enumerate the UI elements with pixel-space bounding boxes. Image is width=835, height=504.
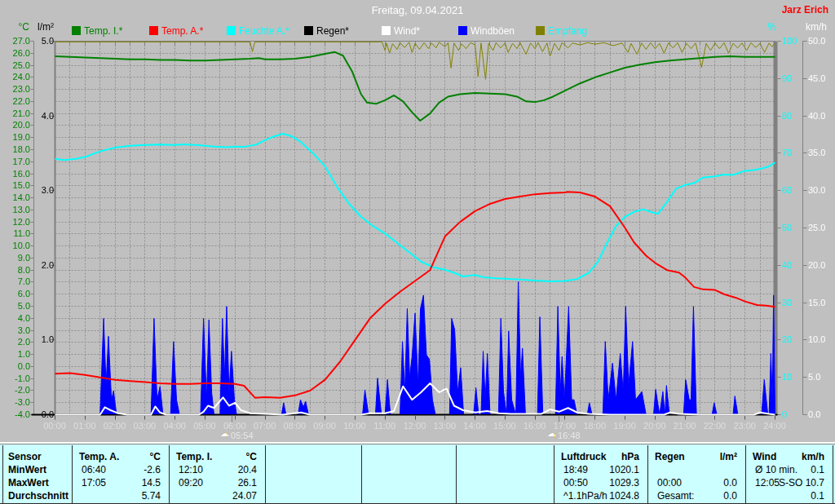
table-cell-value: 0.1 (753, 490, 824, 502)
temp-axis-tick: 24.0 (4, 72, 30, 82)
humidity-axis-tick: 50 (782, 223, 792, 232)
table-cell-value: 5.74 (79, 490, 161, 502)
wind-axis-tick: 5.0 (808, 372, 820, 382)
temp-axis-tick: 7.0 (4, 276, 30, 286)
rain-axis-tick: 5.0 (29, 36, 54, 46)
temp-axis-tick: 8.0 (4, 265, 30, 275)
temp-axis-tick: 10.0 (4, 241, 30, 250)
table-col-unit: hPa (561, 451, 639, 462)
legend-swatch-icon (304, 26, 313, 35)
wind-axis-tick: 10.0 (808, 334, 825, 344)
temp-axis-tick: 13.0 (4, 205, 30, 214)
temp-axis-tick: 4.0 (4, 313, 30, 323)
sunrise-marker: ☁↑05:54 (220, 431, 254, 440)
wind-axis-tick: 30.0 (808, 185, 825, 195)
temp-axis-tick: 5.0 (4, 301, 30, 311)
temp-axis-tick: -2.0 (4, 385, 30, 395)
table-column-divider (745, 445, 746, 503)
table-cell-value: -2.6 (79, 464, 161, 475)
temp-axis-tick: 25.0 (4, 60, 30, 70)
table-col-unit: l/m² (655, 451, 737, 462)
legend-swatch-icon (382, 26, 391, 35)
humidity-axis-tick: 80 (782, 111, 792, 121)
temp-axis-tick: 18.0 (4, 144, 30, 154)
temp-axis-tick: -3.0 (4, 397, 30, 407)
rain-axis-tick: 1.0 (29, 334, 54, 344)
wind-axis-tick: 40.0 (808, 111, 825, 121)
temp-axis-tick: 6.0 (4, 289, 30, 298)
legend-label: Temp. I.* (84, 25, 122, 37)
temp-axis-tick: 2.0 (4, 337, 30, 347)
temp-axis-tick: 22.0 (4, 96, 30, 106)
temp-axis-tick: 19.0 (4, 132, 30, 142)
temp-axis-tick: 15.0 (4, 180, 30, 190)
humidity-axis-tick: 0 (782, 409, 787, 419)
temp-axis-tick: 23.0 (4, 84, 30, 94)
rain-axis-tick: 2.0 (29, 260, 54, 270)
table-cell-value: 26.1 (176, 477, 257, 489)
temp-axis-tick: 3.0 (4, 325, 30, 335)
table-column-divider (833, 445, 833, 503)
humidity-axis-tick: 20 (782, 334, 792, 344)
temp-axis-tick: 1.0 (4, 349, 30, 359)
humidity-axis-tick: 30 (782, 298, 792, 307)
legend-label: Windböen (471, 25, 515, 37)
legend-swatch-icon (227, 26, 236, 35)
temp-axis-tick: 14.0 (4, 192, 30, 202)
humidity-axis-tick: 60 (782, 185, 792, 195)
legend-label: Temp. A.* (161, 25, 203, 37)
table-column-divider (265, 445, 266, 503)
humidity-axis-tick: 70 (782, 148, 792, 157)
table-row-label: Durchschnitt (8, 490, 69, 502)
wind-axis-tick: 50.0 (808, 36, 825, 46)
wind-axis-tick: 0.0 (808, 409, 820, 419)
rain-axis-tick: 3.0 (29, 185, 54, 195)
legend-label: Regen* (316, 25, 349, 37)
temp-axis-tick: 12.0 (4, 217, 30, 227)
table-cell-value: 1024.8 (561, 490, 639, 502)
table-column-divider (554, 445, 554, 503)
wind-axis-tick: 45.0 (808, 73, 825, 83)
legend-label: Empfang (548, 25, 587, 37)
temp-axis-tick: 0.0 (4, 361, 30, 371)
table-cell-value: 1020.1 (561, 464, 639, 475)
temp-axis-tick: 27.0 (4, 36, 30, 46)
temp-axis-tick: 21.0 (4, 108, 30, 118)
humidity-axis-tick: 100 (782, 36, 797, 46)
weather-app-window: Freitag, 09.04.2021 Jarz Erich °C l/m² %… (0, 0, 835, 504)
wind-axis-tick: 20.0 (808, 260, 825, 270)
owner-watermark: Jarz Erich (782, 4, 828, 15)
legend-label: Feuchte A.* (239, 25, 289, 37)
temp-axis-unit: °C (5, 21, 29, 33)
table-header-sensor: Sensor (8, 451, 69, 462)
humidity-axis-unit: % (758, 21, 776, 33)
table-row-label: MinWert (8, 464, 69, 475)
humidity-axis-tick: 90 (782, 73, 792, 83)
wind-axis-unit: km/h (799, 21, 827, 33)
table-cell-value: 14.5 (79, 477, 161, 489)
table-column-divider (2, 445, 3, 503)
temp-axis-tick: 17.0 (4, 157, 30, 166)
sunrise-icon: ☁↑ (220, 431, 231, 440)
wind-axis-tick: 35.0 (808, 148, 825, 157)
hour-axis-tick: 24:00 (757, 421, 793, 431)
table-column-divider (647, 445, 648, 503)
temp-axis-tick: 11.0 (4, 228, 30, 238)
table-col-unit: km/h (753, 451, 824, 462)
humidity-axis-tick: 40 (782, 260, 792, 270)
rain-axis-tick: 0.0 (29, 409, 54, 419)
sunset-marker: ☁↓16:48 (547, 431, 581, 440)
table-row-label: MaxWert (8, 477, 69, 489)
table-cell-value: 0.0 (655, 477, 737, 489)
table-column-divider (361, 445, 362, 503)
temp-axis-tick: 20.0 (4, 120, 30, 130)
legend-swatch-icon (536, 26, 545, 35)
rain-axis-unit: l/m² (29, 21, 54, 33)
temp-axis-tick: -1.0 (4, 374, 30, 383)
weather-chart-canvas (0, 0, 835, 442)
table-cell-value: 1029.3 (561, 477, 639, 489)
table-col-unit: °C (79, 451, 161, 462)
temp-axis-tick: 16.0 (4, 169, 30, 179)
table-cell-value: S-SO 10.7 (753, 477, 824, 489)
sunset-time: 16:48 (558, 431, 581, 440)
